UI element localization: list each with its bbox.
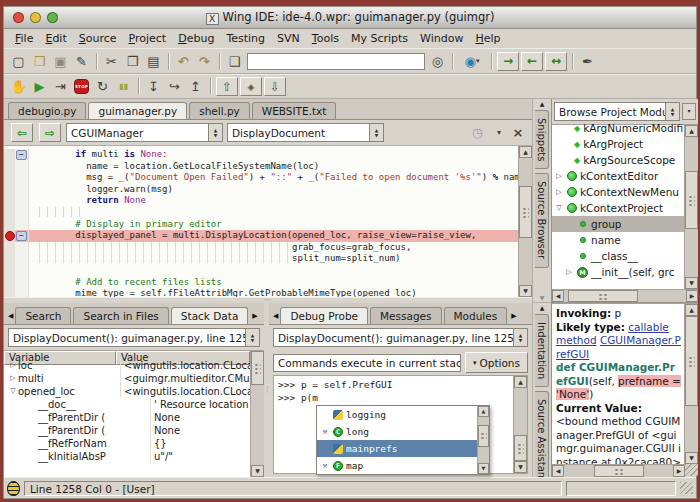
open-file-button[interactable]: ❒ <box>29 52 50 71</box>
search-input[interactable] <box>247 53 425 70</box>
paste-button[interactable]: ▤ <box>143 52 164 71</box>
scroll-down-button[interactable]: ▼ <box>251 465 264 477</box>
tree-item-group[interactable]: group <box>552 216 684 232</box>
breakpoint-margin[interactable] <box>4 195 15 207</box>
recent-files-button[interactable]: ◷ <box>467 123 488 142</box>
save-as-button[interactable]: ✎ <box>71 52 92 71</box>
expander-icon[interactable]: ▷ <box>554 188 564 196</box>
undo-button[interactable]: ↶ <box>173 52 194 71</box>
tree-item-kargsourcescope[interactable]: ◆kArgSourceScope <box>552 152 684 168</box>
spinner-icon[interactable]: ▲▼ <box>208 124 222 141</box>
scroll-down-button[interactable]: ▼ <box>685 452 698 464</box>
panel-tab-messages[interactable]: Messages <box>370 307 442 324</box>
table-row[interactable]: ▽opened_loc<wingutils.location.CLocal <box>4 385 250 398</box>
editor-tab-guimanager-py[interactable]: guimanager.py <box>88 102 187 119</box>
fold-margin[interactable] <box>15 288 29 297</box>
assistant-hscrollbar[interactable]: ◀ ▶ <box>552 464 685 477</box>
save-file-button[interactable]: ▣ <box>50 52 71 71</box>
scroll-right-button[interactable]: ▶ <box>673 465 685 477</box>
title-bar[interactable]: XWing IDE: ide-4.0.wpr: guimanager.py (g… <box>4 7 696 29</box>
goto-next-point-button[interactable]: → <box>497 52 519 71</box>
breakpoint-margin[interactable] <box>4 161 15 173</box>
menu-file[interactable]: File <box>9 31 39 46</box>
scroll-down-button[interactable]: ▼ <box>685 277 698 289</box>
scroll-up-button[interactable]: ▲ <box>478 406 489 417</box>
debug-bug-icon[interactable] <box>7 481 20 496</box>
tab-scroll-left-icon[interactable]: ◀ <box>6 312 15 324</box>
tree-item-kcontextproject[interactable]: ▽kContextProject <box>552 200 684 216</box>
scroll-right-button[interactable]: ▶ <box>686 290 698 302</box>
expander-icon[interactable]: ▷ <box>554 172 564 180</box>
editor-vscrollbar[interactable]: ▲ ▼ <box>518 146 532 297</box>
scroll-down-button[interactable]: ▼ <box>478 463 489 474</box>
fold-margin[interactable] <box>15 195 29 207</box>
maximize-window-button[interactable] <box>47 12 58 23</box>
editor-menu-button[interactable]: ▾ <box>492 123 506 142</box>
scrollbar-track[interactable] <box>685 137 698 277</box>
menu-edit[interactable]: Edit <box>39 31 72 46</box>
menu-window[interactable]: Window <box>414 31 469 46</box>
scroll-down-button[interactable]: ▼ <box>519 285 532 297</box>
scrollbar-thumb[interactable] <box>594 465 644 477</box>
tree-item-kargproject[interactable]: ◆kArgProject <box>552 136 684 152</box>
editor-tab-website-txt[interactable]: WEBSITE.txt <box>252 102 337 119</box>
frame-down-button[interactable]: ⇩ <box>264 77 286 96</box>
run-debug-button[interactable]: ▶ <box>29 77 50 96</box>
breakpoint-margin[interactable] <box>4 207 15 219</box>
pause-debug-button[interactable]: ✋ <box>8 77 29 96</box>
step-over-button[interactable]: ↪ <box>164 77 185 96</box>
options-button[interactable]: ▾Options <box>465 352 528 373</box>
strip-down-icon[interactable]: ▼ <box>540 293 545 302</box>
menu-svn[interactable]: SVN <box>271 31 306 46</box>
resize-grip[interactable] <box>685 464 698 476</box>
spinner-icon[interactable]: ▲▼ <box>245 329 259 346</box>
fold-margin[interactable]: − <box>15 149 29 161</box>
tab-source-assistant[interactable]: Source Assistant <box>535 391 549 490</box>
close-window-button[interactable] <box>13 12 24 23</box>
panel-tab-search-in-files[interactable]: Search in Files <box>73 307 168 324</box>
table-row[interactable]: ▷multi<guimgr.multieditor.CMult <box>4 372 250 385</box>
stack-frame-combo[interactable]: DisplayDocument(): guimanager.py, line 1… <box>8 328 260 347</box>
breakpoint-margin[interactable] <box>4 219 15 231</box>
scrollbar-thumb[interactable] <box>568 290 638 302</box>
scrollbar-thumb[interactable] <box>514 435 527 461</box>
scrollbar-track[interactable] <box>514 388 527 461</box>
spinner-icon[interactable]: ▲▼ <box>369 124 383 141</box>
search-options-button[interactable]: ◉▾ <box>457 52 487 71</box>
spinner-icon[interactable]: ▲▼ <box>513 329 527 346</box>
breakpoint-margin[interactable] <box>4 149 15 161</box>
wing-tips-button[interactable]: ✒ <box>577 52 598 71</box>
scroll-up-button[interactable]: ▲ <box>519 146 532 158</box>
step-into-button[interactable]: ↧ <box>143 77 164 96</box>
stop-debug-button[interactable]: STOP <box>71 77 92 96</box>
symbol-combo[interactable]: DisplayDocument▲▼ <box>227 123 384 142</box>
fold-margin[interactable] <box>15 242 29 254</box>
scrollbar-thumb[interactable] <box>685 171 698 229</box>
editor-tab-debugio-py[interactable]: debugio.py <box>8 102 86 119</box>
expander-icon[interactable]: ▷ <box>8 359 18 372</box>
close-editor-button[interactable]: × <box>510 123 526 142</box>
fold-margin[interactable]: − <box>15 230 29 242</box>
scroll-up-button[interactable]: ▲ <box>685 304 698 316</box>
browse-mode-combo[interactable]: Browse Project Modules▲▼ <box>554 102 680 121</box>
fold-margin[interactable] <box>15 219 29 231</box>
table-row[interactable]: __kInitialAbsPu"/" <box>4 450 250 463</box>
probe-frame-combo[interactable]: DisplayDocument(): guimanager.py, line 1… <box>273 328 528 347</box>
assistant-vscrollbar[interactable]: ▲ ▼ <box>684 304 698 464</box>
code-editor[interactable]: − if multi is None: name = location.GetL… <box>4 146 518 297</box>
completion-item-long[interactable]: ⚒Clong <box>317 423 477 440</box>
tree-item--class-[interactable]: __class__ <box>552 248 684 264</box>
fold-collapse-icon[interactable]: − <box>16 231 27 241</box>
editor-tab-shell-py[interactable]: shell.py <box>189 102 250 119</box>
expander-icon[interactable]: ▽ <box>554 204 564 212</box>
goto-prev-point-button[interactable]: ← <box>521 52 543 71</box>
fold-margin[interactable] <box>15 184 29 196</box>
redo-button[interactable]: ↷ <box>194 52 215 71</box>
resize-grip[interactable] <box>680 482 693 494</box>
menu-project[interactable]: Project <box>123 31 173 46</box>
variables-table[interactable]: Variable Value ▷loc<wingutils.location.C… <box>4 351 250 477</box>
table-row[interactable]: ▷loc<wingutils.location.CLocal <box>4 359 250 372</box>
scroll-left-button[interactable]: ◀ <box>552 465 564 477</box>
fold-margin[interactable] <box>15 253 29 265</box>
scrollbar-thumb[interactable] <box>478 425 489 447</box>
